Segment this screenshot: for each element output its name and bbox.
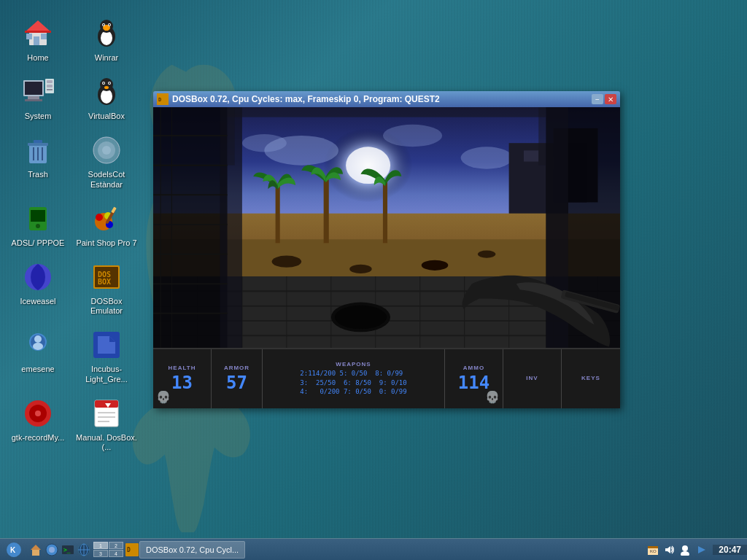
gtk-record-icon <box>20 396 55 431</box>
hud-armor: ARMOR 57 <box>212 349 263 408</box>
panel-browser-icon[interactable] <box>44 542 60 558</box>
weapons-label: WEAPONS <box>336 361 371 368</box>
icon-dosbox-emulator[interactable]: DOS BOX DOSBox Emulator <box>74 256 139 319</box>
icon-paintshop[interactable]: Paint Shop Pro 7 <box>74 198 139 252</box>
desktop-icons-container: Home Win <box>0 7 153 532</box>
panel-network-icon[interactable] <box>76 542 92 558</box>
svg-point-86 <box>422 260 449 271</box>
window-titlebar[interactable]: D DOSBox 0.72, Cpu Cycles: max, Frameski… <box>153 91 620 107</box>
virtualbox-icon-label: VirtualBox <box>88 112 125 121</box>
window-controls: − ✕ <box>592 94 616 104</box>
incubus-icon <box>89 327 124 362</box>
svg-point-57 <box>34 335 42 343</box>
keys-label: KEYS <box>581 375 600 381</box>
winrar-icon <box>89 16 124 51</box>
taskbar: K >_ <box>0 538 747 560</box>
svg-point-62 <box>35 411 41 416</box>
icon-emesene[interactable]: emesene <box>5 324 71 387</box>
media-tray-icon[interactable] <box>695 544 707 556</box>
svg-text:D: D <box>127 547 131 553</box>
virtualbox-icon <box>89 74 124 109</box>
svg-rect-22 <box>47 89 53 90</box>
adsl-icon <box>20 201 55 236</box>
svg-marker-147 <box>698 546 705 553</box>
system-icon <box>20 74 55 109</box>
workspace-4[interactable]: 4 <box>109 550 123 557</box>
close-button[interactable]: ✕ <box>605 94 616 104</box>
dosbox-window-icon: D <box>157 93 169 105</box>
svg-point-85 <box>349 265 371 273</box>
health-value: 13 <box>171 373 193 393</box>
window-content: HEALTH 13 💀 ARMOR 57 WEAPONS 2:114/200 5… <box>153 107 620 408</box>
icon-adsl[interactable]: ADSL/ PPPOE <box>5 198 71 252</box>
armor-value: 57 <box>226 373 247 393</box>
svg-point-104 <box>335 306 387 330</box>
paintshop-icon-label: Paint Shop Pro 7 <box>76 238 136 248</box>
svg-rect-129 <box>32 550 39 556</box>
winrar-icon-label: Winrar <box>95 53 118 63</box>
icon-manual-dosbox[interactable]: Manual. DosBox.(... <box>74 392 139 456</box>
icon-virtualbox[interactable]: VirtualBox <box>74 71 139 125</box>
volume-tray-icon[interactable] <box>663 544 675 556</box>
svg-point-12 <box>103 24 104 26</box>
trash-icon-label: Trash <box>28 170 48 179</box>
system-icon-label: System <box>25 112 52 121</box>
svg-point-30 <box>104 86 109 89</box>
window-title: DOSBox 0.72, Cpu Cycles: max, Frameskip … <box>172 94 592 104</box>
icon-incubus[interactable]: Incubus-Light_Gre... <box>74 324 139 387</box>
workspace-1[interactable]: 1 <box>93 542 108 549</box>
incubus-icon-label: Incubus-Light_Gre... <box>76 365 137 384</box>
svg-text:D: D <box>158 97 161 103</box>
desktop: Home Win <box>0 0 747 560</box>
svg-point-146 <box>681 551 689 556</box>
home-icon-label: Home <box>27 53 48 63</box>
icon-sodelscot[interactable]: SodelsCot Estàndar <box>74 129 139 192</box>
icon-trash[interactable]: Trash <box>5 129 71 192</box>
icon-system[interactable]: System <box>5 71 71 125</box>
user-tray-icon[interactable] <box>679 544 691 556</box>
svg-rect-16 <box>25 82 42 95</box>
svg-rect-4 <box>41 34 47 39</box>
svg-point-42 <box>36 224 40 228</box>
sodelscot-icon-label: SodelsCot Estàndar <box>76 170 137 189</box>
korganizer-tray-icon[interactable]: KO <box>647 544 659 556</box>
workspace-switcher: 1 2 3 4 <box>92 540 125 559</box>
panel-terminal-icon[interactable]: >_ <box>60 542 76 558</box>
hud-keys: KEYS <box>562 349 620 408</box>
icon-home[interactable]: Home <box>5 12 71 66</box>
dosbox-taskbar-item[interactable]: DOSBox 0.72, Cpu Cycl... <box>139 541 245 559</box>
svg-point-44 <box>96 214 103 221</box>
svg-rect-20 <box>47 80 53 83</box>
svg-rect-66 <box>98 416 115 418</box>
panel-home-icon[interactable] <box>28 542 44 558</box>
kde-start-button[interactable]: K <box>0 540 28 560</box>
svg-point-75 <box>461 147 513 168</box>
svg-point-76 <box>242 134 287 152</box>
svg-rect-32 <box>28 143 48 146</box>
svg-text:>_: >_ <box>63 547 71 553</box>
iceweasel-icon-label: Iceweasel <box>20 297 56 306</box>
svg-rect-123 <box>228 107 546 117</box>
svg-point-131 <box>49 547 55 553</box>
svg-rect-65 <box>98 412 115 413</box>
svg-point-72 <box>346 147 390 184</box>
icon-gtk-record[interactable]: gtk-recordMy... <box>5 392 71 456</box>
workspace-2[interactable]: 2 <box>109 542 123 549</box>
iceweasel-icon <box>20 260 55 295</box>
minimize-button[interactable]: − <box>592 94 603 104</box>
icon-winrar[interactable]: Winrar <box>74 12 139 66</box>
taskbar-dosbox-icon: D <box>125 542 139 557</box>
svg-point-39 <box>102 146 111 155</box>
workspace-3[interactable]: 3 <box>93 550 108 557</box>
svg-rect-3 <box>34 36 39 45</box>
icon-iceweasel[interactable]: Iceweasel <box>5 256 71 319</box>
svg-point-13 <box>109 24 110 26</box>
svg-rect-119 <box>324 176 329 243</box>
svg-point-84 <box>272 256 302 268</box>
manual-icon-label: Manual. DosBox.(... <box>76 433 137 452</box>
svg-marker-1 <box>25 20 51 32</box>
svg-point-25 <box>100 78 113 91</box>
dosbox-taskbar-label: DOSBox 0.72, Cpu Cycl... <box>146 545 239 554</box>
system-tray: KO <box>641 544 713 556</box>
svg-point-74 <box>383 125 442 147</box>
